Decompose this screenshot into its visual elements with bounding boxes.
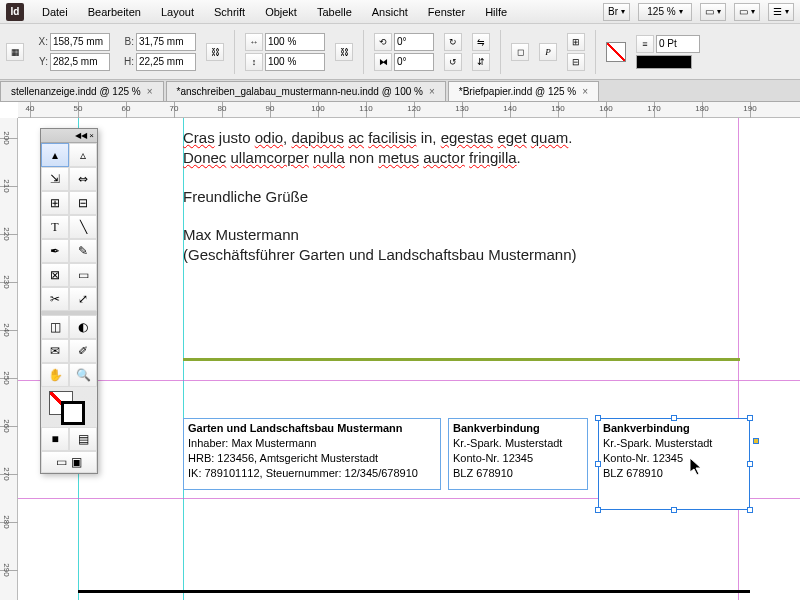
- selection-handle[interactable]: [595, 461, 601, 467]
- green-divider: [183, 358, 740, 361]
- flip-v-icon[interactable]: ⇵: [472, 53, 490, 71]
- note-tool[interactable]: ✉: [41, 339, 69, 363]
- selection-handle[interactable]: [671, 415, 677, 421]
- selection-handle[interactable]: [753, 438, 759, 444]
- type-tool[interactable]: T: [41, 215, 69, 239]
- hand-tool[interactable]: ✋: [41, 363, 69, 387]
- scissors-tool[interactable]: ✂: [41, 287, 69, 311]
- close-icon[interactable]: ×: [582, 86, 588, 97]
- stroke-color-icon[interactable]: [61, 401, 85, 425]
- selection-handle[interactable]: [595, 507, 601, 513]
- footer-line: Konto-Nr. 12345: [603, 452, 683, 464]
- x-label: X:: [34, 36, 48, 47]
- close-icon[interactable]: ×: [429, 86, 435, 97]
- screen-mode-dropdown[interactable]: ▭: [734, 3, 760, 21]
- rectangle-tool[interactable]: ▭: [69, 263, 97, 287]
- vertical-ruler[interactable]: 200210220230240250260270280290: [0, 118, 18, 600]
- h-field[interactable]: [136, 53, 196, 71]
- pencil-tool[interactable]: ✎: [69, 239, 97, 263]
- apply-color-icon[interactable]: ■: [41, 427, 69, 451]
- scalex-field[interactable]: [265, 33, 325, 51]
- horizontal-ruler[interactable]: 4050607080901001101201301401501601701801…: [18, 102, 800, 118]
- shear-field[interactable]: [394, 53, 434, 71]
- rotate-cw-icon[interactable]: ↻: [444, 33, 462, 51]
- x-field[interactable]: [50, 33, 110, 51]
- menu-ansicht[interactable]: Ansicht: [364, 3, 416, 21]
- selection-handle[interactable]: [747, 507, 753, 513]
- footer-title: Bankverbindung: [453, 422, 540, 434]
- menu-datei[interactable]: Datei: [34, 3, 76, 21]
- canvas[interactable]: Cras justo odio, dapibus ac facilisis in…: [18, 118, 800, 600]
- menu-fenster[interactable]: Fenster: [420, 3, 473, 21]
- rotate-field[interactable]: [394, 33, 434, 51]
- constrain-wh-icon[interactable]: ⛓: [206, 43, 224, 61]
- tab-stellenanzeige[interactable]: stellenanzeige.indd @ 125 %×: [0, 81, 164, 101]
- menu-schrift[interactable]: Schrift: [206, 3, 253, 21]
- scaley-field[interactable]: [265, 53, 325, 71]
- footer-frame-bank-1[interactable]: Bankverbindung Kr.-Spark. Musterstadt Ko…: [448, 418, 588, 490]
- eyedropper-tool[interactable]: ✐: [69, 339, 97, 363]
- menu-layout[interactable]: Layout: [153, 3, 202, 21]
- footer-frame-company[interactable]: Garten und Landschaftsbau Mustermann Inh…: [183, 418, 441, 490]
- ref-point-icon[interactable]: ▦: [6, 43, 24, 61]
- selection-handle[interactable]: [671, 507, 677, 513]
- scaley-icon: ↕: [245, 53, 263, 71]
- rotate-icon: ⟲: [374, 33, 392, 51]
- direct-selection-tool[interactable]: ▵: [69, 143, 97, 167]
- fill-swatch[interactable]: [606, 42, 626, 62]
- content-collector-tool[interactable]: ⊞: [41, 191, 69, 215]
- menu-hilfe[interactable]: Hilfe: [477, 3, 515, 21]
- align-icon[interactable]: ⊞: [567, 33, 585, 51]
- selection-handle[interactable]: [747, 461, 753, 467]
- flip-h-icon[interactable]: ⇋: [472, 33, 490, 51]
- gap-tool[interactable]: ⇔: [69, 167, 97, 191]
- stroke-style-dropdown[interactable]: [636, 55, 692, 69]
- menu-bearbeiten[interactable]: Bearbeiten: [80, 3, 149, 21]
- selection-handle[interactable]: [747, 415, 753, 421]
- free-transform-tool[interactable]: ⤢: [69, 287, 97, 311]
- tab-label: *Briefpapier.indd @ 125 %: [459, 86, 576, 97]
- apply-gradient-icon[interactable]: ▤: [69, 427, 97, 451]
- zoom-dropdown[interactable]: 125 %: [638, 3, 692, 21]
- content-placer-tool[interactable]: ⊟: [69, 191, 97, 215]
- y-field[interactable]: [50, 53, 110, 71]
- selection-handle[interactable]: [595, 415, 601, 421]
- zoom-tool[interactable]: 🔍: [69, 363, 97, 387]
- control-bar: ▦ X: Y: B: H: ⛓ ↔ ↕ ⛓ ⟲ ⧓ ↻ ↺ ⇋ ⇵ ◻ P ⊞ …: [0, 24, 800, 80]
- menu-tabelle[interactable]: Tabelle: [309, 3, 360, 21]
- stroke-weight-field[interactable]: [656, 35, 700, 53]
- footer-frame-bank-2-selected[interactable]: Bankverbindung Kr.-Spark. Musterstadt Ko…: [598, 418, 750, 510]
- shear-icon: ⧓: [374, 53, 392, 71]
- footer-line: Kr.-Spark. Musterstadt: [603, 437, 712, 449]
- constrain-scale-icon[interactable]: ⛓: [335, 43, 353, 61]
- rotate-ccw-icon[interactable]: ↺: [444, 53, 462, 71]
- footer-line: BLZ 678910: [453, 467, 513, 479]
- collapse-icon[interactable]: ◀◀: [75, 131, 87, 140]
- selection-tool[interactable]: ▴: [41, 143, 69, 167]
- line-tool[interactable]: ╲: [69, 215, 97, 239]
- fill-stroke-control[interactable]: [41, 387, 97, 427]
- close-icon[interactable]: ×: [89, 131, 94, 140]
- bridge-button[interactable]: Br: [603, 3, 630, 21]
- distribute-icon[interactable]: ⊟: [567, 53, 585, 71]
- menu-objekt[interactable]: Objekt: [257, 3, 305, 21]
- view-mode-dropdown[interactable]: ▭: [700, 3, 726, 21]
- select-container-icon[interactable]: ◻: [511, 43, 529, 61]
- close-icon[interactable]: ×: [147, 86, 153, 97]
- signature-name: Max Mustermann: [183, 225, 577, 245]
- tab-briefpapier[interactable]: *Briefpapier.indd @ 125 %×: [448, 81, 599, 101]
- tools-panel[interactable]: ◀◀× ▴ ▵ ⇲ ⇔ ⊞ ⊟ T ╲ ✒ ✎ ⊠ ▭ ✂ ⤢ ◫ ◐ ✉ ✐ …: [40, 128, 98, 474]
- pen-tool[interactable]: ✒: [41, 239, 69, 263]
- w-field[interactable]: [136, 33, 196, 51]
- page-tool[interactable]: ⇲: [41, 167, 69, 191]
- footer-line: Kr.-Spark. Musterstadt: [453, 437, 562, 449]
- gradient-feather-tool[interactable]: ◐: [69, 315, 97, 339]
- gradient-swatch-tool[interactable]: ◫: [41, 315, 69, 339]
- tab-anschreiben[interactable]: *anschreiben_galabau_mustermann-neu.indd…: [166, 81, 446, 101]
- workspace-dropdown[interactable]: ☰: [768, 3, 794, 21]
- select-content-icon[interactable]: P: [539, 43, 557, 61]
- view-mode-toggle[interactable]: ▭ ▣: [41, 451, 97, 473]
- footer-line: Konto-Nr. 12345: [453, 452, 533, 464]
- rectangle-frame-tool[interactable]: ⊠: [41, 263, 69, 287]
- tools-panel-header[interactable]: ◀◀×: [41, 129, 97, 143]
